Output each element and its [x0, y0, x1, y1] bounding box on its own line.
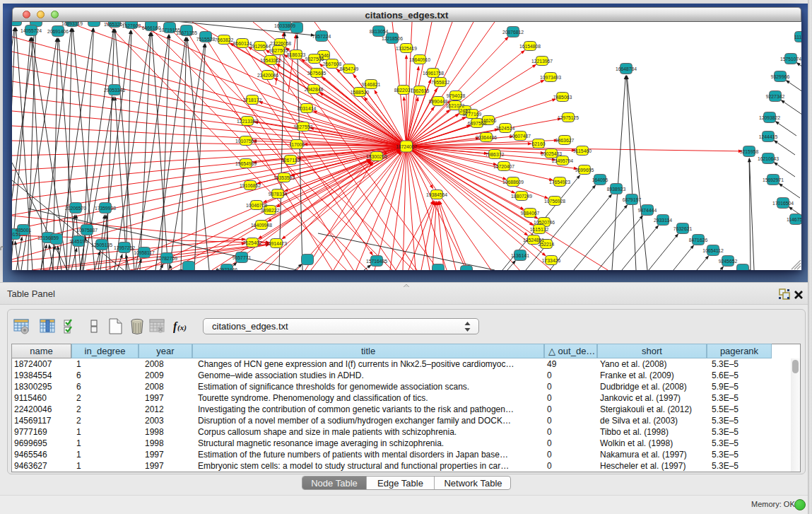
svg-text:8454749: 8454749 [340, 66, 359, 71]
svg-text:1362615: 1362615 [411, 88, 430, 93]
svg-text:3675685: 3675685 [307, 71, 326, 76]
svg-text:15716485: 15716485 [366, 259, 387, 264]
svg-text:12213383: 12213383 [237, 119, 258, 124]
svg-text:11172: 11172 [794, 35, 801, 40]
svg-text:1588520: 1588520 [351, 90, 370, 95]
svg-text:9146821: 9146821 [362, 82, 381, 87]
svg-text:1527602: 1527602 [122, 23, 141, 28]
svg-text:16961758: 16961758 [423, 71, 444, 76]
svg-text:8186323: 8186323 [287, 52, 306, 57]
svg-text:8990448: 8990448 [429, 99, 448, 104]
svg-text:14055724: 14055724 [20, 28, 42, 33]
svg-text:9827552: 9827552 [294, 124, 313, 129]
svg-text:18807249: 18807249 [511, 194, 532, 199]
svg-text:23226058: 23226058 [270, 41, 291, 46]
svg-text:9115460: 9115460 [573, 148, 592, 153]
svg-text:10688609: 10688609 [502, 180, 524, 185]
svg-text:8471626: 8471626 [689, 238, 708, 243]
svg-text:9657771: 9657771 [233, 255, 252, 260]
svg-text:9463627: 9463627 [555, 138, 575, 143]
svg-text:13325419: 13325419 [396, 46, 417, 51]
svg-text:7663822: 7663822 [215, 37, 234, 42]
svg-text:29053346: 29053346 [104, 88, 125, 93]
svg-text:20206570: 20206570 [65, 206, 86, 211]
svg-text:10975887: 10975887 [76, 228, 98, 233]
svg-text:20691406: 20691406 [47, 29, 69, 34]
svg-text:7625402: 7625402 [243, 240, 262, 245]
svg-text:(x): (x) [177, 323, 187, 332]
svg-text:17957252: 17957252 [114, 245, 135, 250]
svg-text:16154808: 16154808 [519, 44, 541, 49]
svg-text:16893319: 16893319 [61, 22, 83, 26]
svg-text:12505135: 12505135 [91, 243, 112, 247]
svg-text:1621072: 1621072 [446, 103, 465, 108]
svg-text:18724007: 18724007 [396, 144, 417, 149]
svg-text:3215958: 3215958 [740, 149, 759, 154]
svg-text:16914473: 16914473 [266, 241, 287, 246]
svg-text:10973493: 10973493 [540, 75, 561, 80]
svg-text:10046708: 10046708 [246, 203, 267, 208]
svg-text:9878334: 9878334 [269, 192, 288, 197]
svg-text:17654923: 17654923 [549, 180, 570, 185]
svg-text:16033809: 16033809 [274, 23, 295, 28]
svg-text:10654112: 10654112 [702, 248, 724, 253]
svg-text:2342848: 2342848 [305, 87, 324, 92]
svg-text:9327505: 9327505 [269, 48, 288, 53]
svg-text:7485063: 7485063 [553, 95, 572, 100]
svg-text:9245652: 9245652 [719, 259, 738, 264]
svg-text:18300295: 18300295 [366, 154, 387, 159]
svg-text:15751074: 15751074 [780, 57, 801, 62]
svg-text:10543362: 10543362 [260, 58, 281, 63]
svg-text:3624514: 3624514 [496, 126, 515, 131]
svg-text:2933114: 2933114 [654, 218, 672, 223]
svg-text:485001: 485001 [16, 228, 32, 233]
svg-text:10756928: 10756928 [544, 199, 565, 204]
svg-text:10025433: 10025433 [541, 151, 562, 156]
svg-text:1145194: 1145194 [69, 239, 88, 244]
svg-text:23495794: 23495794 [552, 158, 573, 163]
svg-text:1733426: 1733426 [542, 258, 561, 263]
svg-text:12156859: 12156859 [37, 235, 59, 240]
svg-text:9474444: 9474444 [638, 208, 657, 213]
svg-text:10607487: 10607487 [510, 134, 531, 139]
svg-text:8031414: 8031414 [298, 106, 317, 111]
svg-text:12923446: 12923446 [216, 267, 237, 270]
svg-text:15720407: 15720407 [493, 164, 514, 169]
svg-text:9777169: 9777169 [463, 112, 482, 117]
svg-text:9384067: 9384067 [521, 211, 540, 216]
svg-text:15353593: 15353593 [273, 175, 295, 180]
svg-text:2718172: 2718172 [243, 98, 262, 103]
svg-text:8938923: 8938923 [607, 187, 626, 192]
svg-text:746266: 746266 [481, 118, 497, 123]
svg-text:12093822: 12093822 [759, 115, 780, 120]
svg-text:3267110: 3267110 [281, 158, 300, 163]
svg-text:19384554: 19384554 [426, 192, 447, 197]
svg-text:12213957: 12213957 [531, 59, 553, 64]
svg-text:6879197: 6879197 [623, 197, 642, 202]
svg-text:16409948: 16409948 [251, 223, 272, 228]
svg-text:3498222: 3498222 [261, 208, 280, 213]
svg-text:117006: 117006 [289, 142, 305, 147]
svg-text:10782759: 10782759 [156, 256, 177, 261]
svg-text:12218506: 12218506 [382, 36, 403, 41]
svg-text:19654939: 19654939 [235, 161, 257, 166]
svg-text:39129544: 39129544 [249, 44, 271, 49]
svg-text:9327505: 9327505 [305, 57, 324, 62]
svg-text:18640910: 18640910 [409, 57, 430, 62]
svg-text:19106852: 19106852 [240, 183, 261, 188]
svg-text:7632621: 7632621 [673, 226, 693, 231]
svg-text:2667608: 2667608 [323, 62, 342, 66]
svg-text:20364436: 20364436 [476, 135, 497, 140]
svg-text:10520746: 10520746 [534, 220, 555, 225]
svg-text:1615132: 1615132 [530, 227, 549, 232]
svg-text:7955812: 7955812 [431, 80, 450, 85]
svg-text:7986372: 7986372 [486, 152, 505, 157]
svg-text:9699695: 9699695 [575, 168, 594, 173]
svg-text:9329966: 9329966 [771, 74, 790, 79]
svg-text:1244415: 1244415 [759, 134, 778, 139]
svg-text:252214: 252214 [539, 242, 555, 247]
svg-text:7357224: 7357224 [312, 34, 331, 39]
svg-text:17359938: 17359938 [95, 206, 116, 211]
svg-text:10107553: 10107553 [235, 139, 257, 144]
svg-text:7515528: 7515528 [196, 37, 216, 42]
